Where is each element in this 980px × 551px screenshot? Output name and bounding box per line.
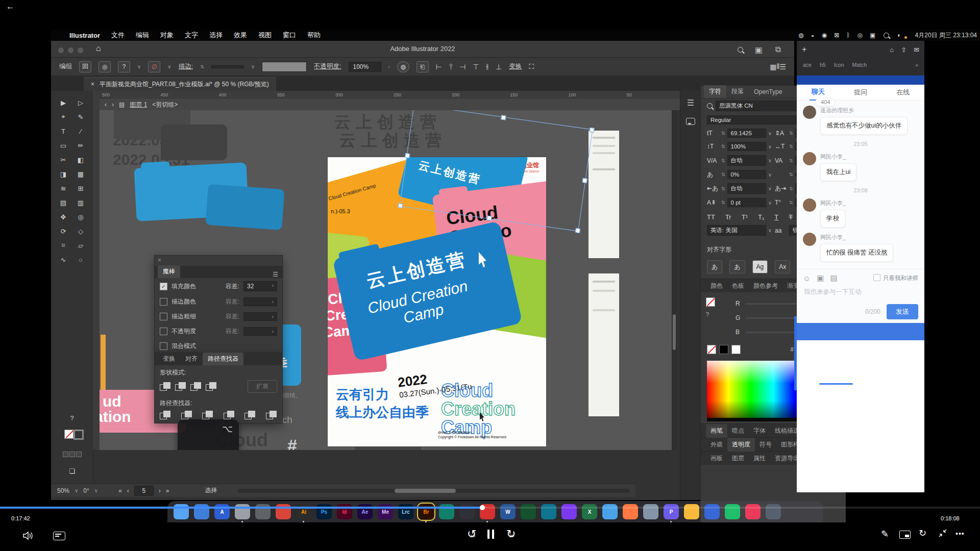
checkbox[interactable] [160,283,167,290]
menubar-clock[interactable]: 4月20日 周三 23:13:04 [915,31,977,40]
user-switch-icon[interactable]: ◐ [897,32,901,39]
screen-mode-icon[interactable]: ❏ [65,464,79,478]
bookmarks-more-icon[interactable]: » [915,62,918,68]
chevron-down-icon[interactable]: ∨ [75,488,78,493]
notes-icon[interactable]: ▤ [830,273,838,283]
panel-tab[interactable]: 变换 [158,353,180,365]
type-style-icon[interactable]: Tr [725,213,731,221]
stepper-icon[interactable]: ⇅ [721,200,725,205]
align-center-icon[interactable]: ⫯ [449,62,452,71]
panel-tab[interactable]: 对齐 [180,353,203,365]
stepper-icon[interactable]: ⇅ [789,158,793,163]
white-swatch[interactable] [731,345,741,354]
trim-icon[interactable] [181,411,192,420]
panel-tab[interactable]: 喷点 [727,424,749,438]
status-icon[interactable]: ◍ [798,32,803,39]
chevron-down-icon[interactable]: ∨ [251,64,255,69]
curvature-tool[interactable]: ∿ [57,253,70,266]
chevron-down-icon[interactable]: ∨ [94,488,98,493]
menubar-item[interactable]: 文字 [185,31,198,40]
stepper-icon[interactable]: ⇅ [789,172,793,177]
pencil-tool[interactable]: ✏ [74,139,87,152]
crop-icon[interactable] [224,411,235,420]
new-tab-icon[interactable]: + [802,45,806,54]
chevron-down-icon[interactable]: ∨ [768,200,772,206]
stepper-icon[interactable]: ⇅ [721,172,725,177]
mesh-tool[interactable]: ▦ [74,167,87,181]
avatar[interactable] [803,198,816,212]
chat-input[interactable] [803,288,920,296]
glyph-option-icon[interactable]: Ax [775,260,790,273]
tolerance-input[interactable]: 32› [243,281,277,291]
seekbar-playhead[interactable] [480,505,485,510]
breadcrumb-layer[interactable]: 图层 1 [130,101,147,109]
stepper-icon[interactable]: ⇅ [789,200,793,205]
panel-menu-icon[interactable]: ☰ [268,271,282,278]
char-attr-value[interactable]: 自动 [727,183,766,194]
send-button[interactable]: 发送 [887,304,918,319]
more-options-icon[interactable]: ••• [955,530,965,538]
divide-icon[interactable] [160,411,171,420]
volume-icon[interactable] [22,531,34,543]
chat-message-list[interactable]: 遥远的理想乡 感觉也有不少做ui的小伙伴 23:05 [797,101,924,269]
stepper-icon[interactable]: ⇅ [721,186,725,191]
menubar-item[interactable]: 编辑 [136,31,149,40]
tolerance-input[interactable]: › [243,312,277,321]
chevron-down-icon[interactable]: ∨ [167,64,171,69]
stroke-weight-value[interactable] [211,65,244,68]
target-icon[interactable]: ◎ [99,61,111,72]
stroke-stepper-icon[interactable]: ⇅ [200,64,204,69]
opacity-value[interactable]: 100% [349,62,381,72]
none-swatch[interactable] [707,345,716,354]
seekbar[interactable] [0,507,980,509]
pip-icon[interactable] [899,531,911,539]
panel-tab[interactable]: 图层 [727,452,749,465]
stepper-icon[interactable]: ⇅ [789,144,793,149]
tolerance-input[interactable]: › [243,297,277,306]
chevron-down-icon[interactable]: ∨ [768,158,772,163]
chevron-down-icon[interactable]: ∨ [768,131,772,136]
status-icon[interactable]: ◉ [822,32,827,39]
expand-button[interactable]: 扩展 [248,380,277,393]
status-icon[interactable]: ▣ [870,32,875,39]
panel-tab[interactable]: 画板 [706,452,727,465]
panel-tab[interactable]: 路径查找器 [203,353,243,365]
avatar[interactable] [803,106,816,119]
chat-tab[interactable]: 提问 [852,85,869,100]
mail-icon[interactable]: ✉ [914,46,919,54]
panel-close-icon[interactable]: × [155,256,282,266]
search-icon[interactable] [738,47,743,53]
panel-tab[interactable]: 字体 [749,424,770,438]
slice-tool[interactable]: ⌗ [57,239,70,252]
color-mode-chips[interactable] [62,450,82,459]
type-style-icon[interactable]: T [789,213,793,221]
stepper-icon[interactable]: ⇅ [789,186,793,191]
grid-view-icon[interactable]: ▦ [770,63,776,71]
type-tool[interactable]: T [57,124,70,138]
stepper-icon[interactable]: ⇅ [721,131,725,136]
notes-pencil-icon[interactable]: ✎ [881,529,889,540]
back-icon[interactable]: ‹ [105,101,107,108]
outline-icon[interactable] [244,411,256,420]
align-middle-icon[interactable]: ⫲ [486,62,489,71]
scissors-tool[interactable]: ✂ [57,153,70,166]
zoom-level[interactable]: 50% [57,487,69,494]
checkbox[interactable] [160,313,167,320]
forward-30-icon[interactable]: ↻30 [506,528,516,541]
menubar-item[interactable]: 效果 [234,31,247,40]
panel-tab[interactable]: 外观 [706,438,727,452]
comments-panel-icon[interactable] [686,118,695,125]
chevron-down-icon[interactable]: ∨ [768,186,772,191]
back-arrow-icon[interactable]: ← [6,2,14,11]
panel-tab[interactable]: 颜色 [706,279,727,293]
stepper-icon[interactable]: ⇅ [721,144,725,149]
panel-tab[interactable]: 属性 [749,452,770,465]
panel-tab[interactable]: 符号 [755,438,776,452]
anchor-convert-icon[interactable]: 回 [79,61,91,72]
panel-tab[interactable]: 段落 [726,85,749,98]
next-artboard-icon[interactable]: › [159,487,161,494]
status-icon[interactable]: ◎ [857,32,863,39]
first-artboard-icon[interactable]: « [118,487,122,494]
expand-icon[interactable]: › [388,64,390,69]
artboard-tool[interactable]: ▥ [74,196,87,209]
